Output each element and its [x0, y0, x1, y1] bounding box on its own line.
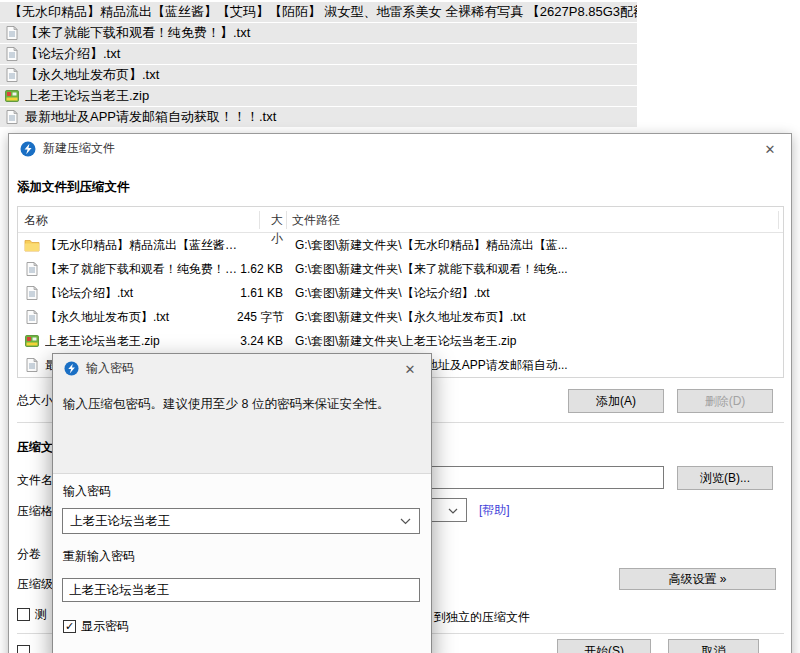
list-item[interactable]: 【无水印精品】精品流出【蓝丝酱】【艾玛】【陌陌】 淑女型、地雷系美女 全裸稀有写…: [0, 2, 637, 22]
start-button[interactable]: 开始(S): [557, 639, 651, 653]
zip-file-icon: [4, 88, 20, 104]
text-file-icon: [24, 357, 40, 373]
volume-label: 分卷: [17, 546, 41, 563]
split-option-label-fragment: 到独立的压缩文件: [434, 609, 530, 626]
table-row[interactable]: 【论坛介绍】.txt 1.61 KB G:\套图\新建文件夹\【论坛介绍】.tx…: [18, 281, 783, 305]
file-name: 【无水印精品】精品流出【蓝丝酱】【艾玛】【陌陌】 淑女型、地雷系美女 全裸稀有写…: [9, 3, 637, 21]
cancel-button[interactable]: 取消: [668, 639, 759, 653]
file-name: 【来了就能下载和观看！纯免费！】.txt: [25, 24, 250, 42]
password-combobox[interactable]: 上老王论坛当老王: [62, 508, 420, 534]
file-name: 最新地址及APP请发邮箱自动获取！！！.txt: [25, 108, 276, 126]
delete-button[interactable]: 删除(D): [677, 389, 773, 413]
checkbox-checked-icon: ✓: [63, 620, 76, 633]
browse-button[interactable]: 浏览(B)...: [677, 466, 773, 490]
table-row[interactable]: 【无水印精品】精品流出【蓝丝酱】【艾玛】【陌... G:\套图\新建文件夹\【无…: [18, 233, 783, 257]
password-value: 上老王论坛当老王: [70, 513, 170, 530]
text-file-icon: [4, 109, 20, 125]
cell-path: G:\套图\新建文件夹\【论坛介绍】.txt: [295, 285, 783, 302]
checkbox-label: 显示密码: [81, 618, 129, 635]
advanced-settings-button[interactable]: 高级设置 »: [619, 568, 776, 590]
table-row[interactable]: 【永久地址发布页】.txt 245 字节 G:\套图\新建文件夹\【永久地址发布…: [18, 305, 783, 329]
cell-name: 【无水印精品】精品流出【蓝丝酱】【艾玛】【陌...: [45, 237, 237, 254]
add-button[interactable]: 添加(A): [568, 389, 664, 413]
checkbox-label: 测: [35, 606, 47, 623]
list-item[interactable]: 最新地址及APP请发邮箱自动获取！！！.txt: [0, 107, 637, 127]
cell-name: 【永久地址发布页】.txt: [45, 309, 237, 326]
file-name-label: 文件名: [17, 472, 53, 489]
text-file-icon: [24, 285, 40, 301]
text-file-icon: [4, 67, 20, 83]
list-item[interactable]: 【论坛介绍】.txt: [0, 44, 637, 64]
bandizip-icon: [64, 361, 79, 376]
checkbox-icon: [17, 608, 30, 621]
archive-section-label: 压缩文: [17, 439, 53, 456]
dialog-titlebar[interactable]: 新建压缩文件: [9, 134, 791, 163]
cell-size: 1.61 KB: [237, 286, 283, 300]
password-hint-text: 输入压缩包密码。建议使用至少 8 位的密码来保证安全性。: [63, 396, 389, 413]
file-name: 上老王论坛当老王.zip: [25, 87, 149, 105]
cell-path: G:\套图\新建文件夹\上老王论坛当老王.zip: [295, 333, 783, 350]
show-password-checkbox[interactable]: ✓ 显示密码: [63, 618, 129, 635]
list-item[interactable]: 上老王论坛当老王.zip: [0, 86, 637, 106]
close-icon[interactable]: ✕: [401, 360, 419, 378]
text-file-icon: [4, 46, 20, 62]
bottom-option-checkbox[interactable]: [17, 645, 30, 653]
list-item[interactable]: 【来了就能下载和观看！纯免费！】.txt: [0, 23, 637, 43]
column-header-path[interactable]: 文件路径: [287, 211, 779, 229]
chevron-down-icon: [400, 514, 411, 528]
test-archive-checkbox[interactable]: 测: [17, 606, 47, 623]
folder-icon: [24, 237, 40, 253]
password-dialog: 输入密码 ✕ 输入压缩包密码。建议使用至少 8 位的密码来保证安全性。 输入密码…: [52, 353, 432, 653]
dialog-title: 输入密码: [86, 360, 134, 377]
cell-size: 3.24 KB: [237, 334, 283, 348]
close-icon[interactable]: ✕: [761, 140, 779, 158]
dialog-title: 新建压缩文件: [43, 140, 115, 157]
cell-size: 1.62 KB: [237, 262, 283, 276]
list-item[interactable]: 【永久地址发布页】.txt: [0, 65, 637, 85]
dialog-titlebar[interactable]: 输入密码: [53, 354, 431, 383]
total-size-label: 总大小: [17, 392, 53, 409]
cell-size: 245 字节: [237, 309, 283, 326]
cell-name: 上老王论坛当老王.zip: [45, 333, 237, 350]
cell-path: G:\套图\新建文件夹\【永久地址发布页】.txt: [295, 309, 783, 326]
cell-path: G:\套图\新建文件夹\【无水印精品】精品流出【蓝...: [295, 237, 783, 254]
text-file-icon: [24, 309, 40, 325]
checkbox-icon: [17, 645, 30, 653]
chevron-down-icon: [448, 503, 458, 517]
text-file-icon: [4, 25, 20, 41]
table-row[interactable]: 上老王论坛当老王.zip 3.24 KB G:\套图\新建文件夹\上老王论坛当老…: [18, 329, 783, 353]
table-header-row[interactable]: 名称 大小 文件路径: [18, 207, 783, 233]
column-header-size[interactable]: 大小: [260, 211, 287, 229]
table-row[interactable]: 【来了就能下载和观看！纯免费！】.txt 1.62 KB G:\套图\新建文件夹…: [18, 257, 783, 281]
format-label: 压缩格: [17, 503, 53, 520]
level-label: 压缩级: [17, 576, 53, 593]
cell-path: G:\套图\新建文件夹\【来了就能下载和观看！纯免...: [295, 261, 783, 278]
column-header-name[interactable]: 名称: [18, 211, 260, 229]
cell-name: 【论坛介绍】.txt: [45, 285, 237, 302]
text-file-icon: [24, 261, 40, 277]
confirm-password-input[interactable]: [62, 578, 420, 602]
section-heading: 添加文件到压缩文件: [17, 179, 130, 196]
confirm-password-label: 重新输入密码: [63, 548, 135, 565]
bandizip-icon: [20, 141, 36, 157]
file-name: 【论坛介绍】.txt: [25, 45, 120, 63]
help-link[interactable]: [帮助]: [479, 502, 510, 519]
file-name: 【永久地址发布页】.txt: [25, 66, 159, 84]
cell-name: 【来了就能下载和观看！纯免费！】.txt: [45, 261, 237, 278]
zip-file-icon: [24, 333, 40, 349]
password-label: 输入密码: [63, 483, 111, 500]
